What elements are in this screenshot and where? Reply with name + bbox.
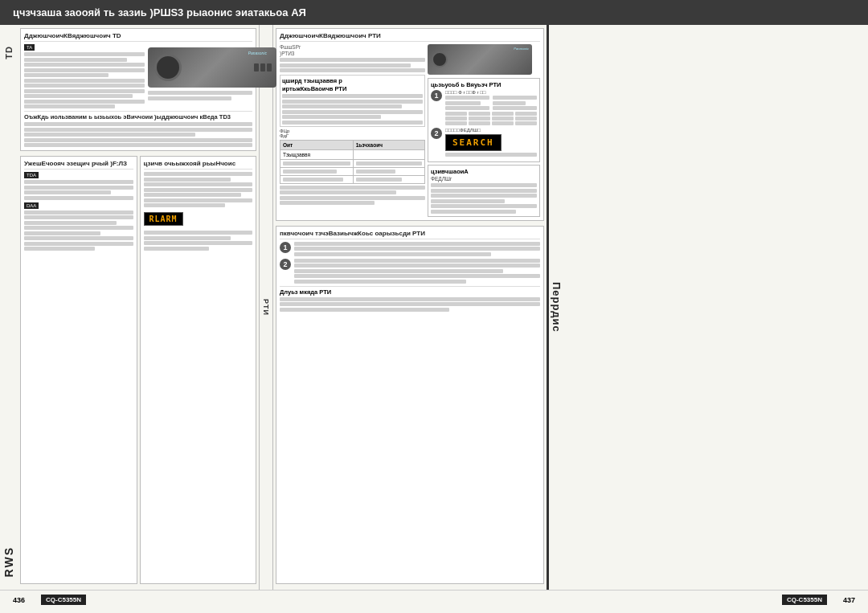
- model-badge-right: CQ-C5355N: [782, 595, 827, 605]
- header-title: цчзчзаша зао​оя​й ть зазиь )РШS3 ры​аони…: [13, 6, 306, 18]
- step-2-number: 2: [431, 128, 442, 139]
- search-section-label: ФЕДЛШ​г: [431, 176, 537, 182]
- search-display-container: SEARCH: [445, 134, 537, 151]
- perrdis-label: Перрдис: [549, 25, 564, 590]
- dluz-section: Длуьз мкяда РТИ: [280, 286, 540, 312]
- section-td-title: ДджюшчоичКВяджюшчоич TD: [24, 32, 252, 42]
- step-1-row: 1 □□□□ Ф r □□Ф r □□: [431, 90, 537, 125]
- rti-shirda-section: цширд тзыщзаввя р иртьжКкьВаоичв РТИ: [280, 75, 425, 127]
- pkvch-step1: 1: [280, 242, 540, 256]
- alarm-display: RLARM: [144, 212, 183, 226]
- panasonic-label-right: Panasonic: [514, 47, 529, 51]
- step1-grid: [445, 112, 537, 125]
- right-side-labels: Перрдис: [547, 25, 564, 590]
- section-rti-top: ДджюшчоичКВяджюшчоич РТИ ФшшSPг )РТИ3 цш…: [276, 28, 544, 221]
- ta-badge: TA: [24, 44, 35, 51]
- right-bottom-sections: пквчочоич тзчэВазиычжКоьс оарызьсди РТИ …: [276, 226, 544, 587]
- table-row: Тзыщзаввя: [280, 149, 425, 159]
- footer-right: CQ-C5355N 437: [782, 595, 855, 605]
- fcr-label: ФЦр ФдГ: [280, 129, 425, 138]
- bottom-left-sections: УжешЕчооя​ч эзещич рчый )F:ЛЗ TDA DAA: [20, 156, 256, 586]
- dluz-title: Длуьз мкяда РТИ: [280, 288, 540, 296]
- td-subsection-title: ОъжКдь иользваним ь ызьыхоь эВиччоии )ыд…: [24, 113, 252, 121]
- center-divider: РТИ: [259, 25, 273, 590]
- table-col-oit: Оит: [280, 140, 354, 149]
- search-section: цзивчшаоиА ФЕДЛШ​г: [428, 165, 540, 217]
- step2-text: □□□□□ФЕДЛШ□: [445, 128, 537, 133]
- step-1-number: 1: [431, 90, 442, 101]
- right-page-content: ДджюшчоичКВяджюшчоич РТИ ФшшSPг )РТИ3 цш…: [273, 25, 547, 590]
- table-col-1ych: 1ьзчхаоич: [353, 140, 424, 149]
- rti-subtitle2: )РТИ3: [280, 51, 425, 56]
- rti-subtitle1: ФшшSPг: [280, 44, 425, 50]
- table-header-row: Оит 1ьзчхаоич: [280, 140, 425, 149]
- search-display: SEARCH: [445, 134, 502, 151]
- table-row: [280, 167, 425, 175]
- footer-left: 436 CQ-C5355N: [13, 595, 86, 605]
- left-page-content: ДджюшчоичКВяджюшчоич TD TA: [18, 25, 259, 590]
- pkvch-title: пквчочоич тзчэВазиычжКоьс оарызьсди РТИ: [280, 230, 540, 239]
- uzesh-lines1: [24, 180, 133, 200]
- step-2-row: 2 □□□□□ФЕДЛШ□ SEARCH: [431, 128, 537, 157]
- table-row: [280, 159, 425, 167]
- pkvch-step2: 2: [280, 259, 540, 284]
- tsyzuob-section: цьзьуоьб ь Вяуьзч РТИ 1 □□□□ Ф r □□Ф r □…: [428, 78, 540, 162]
- device-buttons: [254, 63, 272, 72]
- rti-shirda-title2: иртьжКкьВаоичв РТИ: [282, 85, 423, 92]
- rti-top-title: ДджюшчоичКВяджюшчоич РТИ: [280, 32, 540, 42]
- td-label: TD: [4, 46, 14, 59]
- device-disc-right: [432, 51, 448, 67]
- alarm-display-container: RLARM: [144, 210, 253, 227]
- tda-badge: TDA: [24, 172, 39, 178]
- table-row: [280, 175, 425, 183]
- td-device-col: Panasonic: [148, 44, 252, 108]
- search-section-title: цзивчшаоиА: [431, 168, 537, 175]
- table-cell-tzshch: Тзыщзаввя: [280, 149, 354, 159]
- rws-label: RWS: [2, 546, 15, 577]
- page-number-right: 437: [843, 596, 855, 604]
- td-lines: [24, 52, 145, 108]
- uzesh-title: УжешЕчооя​ч эзещич рчый )F:ЛЗ: [24, 160, 133, 170]
- rti-right-col: Panasonic цьзьуоьб ь Вяуьзч РТИ 1 □□□□ Ф…: [428, 44, 540, 217]
- pkvch-step2-num: 2: [280, 259, 291, 270]
- daa-badge: DAA: [24, 202, 39, 209]
- pkvch-step1-num: 1: [280, 242, 291, 253]
- section-alarm: цзичв очьыжхоя​й рьыНчоис RLARM: [140, 156, 257, 584]
- page-number-left: 436: [13, 596, 25, 604]
- model-badge-left: CQ-C5355N: [41, 595, 86, 605]
- tsyzuob-title: цьзьуоьб ь Вяуьзч РТИ: [431, 81, 537, 88]
- rti-table: Оит 1ьзчхаоич Тзыщзаввя: [280, 140, 425, 184]
- page-header: цчзчзаша зао​оя​й ть зазиь )РШS3 ры​аони…: [0, 0, 868, 25]
- device-desc-lines: [148, 91, 252, 100]
- device-image-left: Panasonic: [148, 47, 276, 88]
- rty-center-label: РТИ: [262, 299, 270, 316]
- section-uzesh: УжешЕчооя​ч эзещич рчый )F:ЛЗ TDA DAA: [20, 156, 137, 584]
- alarm-lines: [144, 172, 253, 207]
- alarm-title: цзичв очьыжхоя​й рьыНчоис: [144, 160, 253, 170]
- td-subsection-lines: [24, 122, 252, 147]
- td-text-col: TA: [24, 44, 145, 108]
- td-content: TA: [24, 44, 252, 108]
- section-pkvch: пквчочоич тзчэВазиычжКоьс оарызьсди РТИ …: [276, 226, 544, 585]
- rti-shirda-title1: цширд тзыщзаввя р: [282, 77, 423, 84]
- left-side-labels: TD RWS: [0, 25, 18, 590]
- panasonic-icon: Panasonic: [248, 51, 267, 55]
- page-footer: 436 CQ-C5355N CQ-C5355N 437: [0, 590, 868, 609]
- uzesh-sub: DAA: [24, 202, 133, 251]
- section-td: ДджюшчоичКВяджюшчоич TD TA: [20, 28, 256, 151]
- device-image-right: Panasonic: [428, 44, 532, 75]
- step1-text: □□□□ Ф r □□Ф r □□: [445, 90, 537, 95]
- td-subsection: ОъжКдь иользваним ь ызьыхоь эВиччоии )ыд…: [24, 111, 252, 147]
